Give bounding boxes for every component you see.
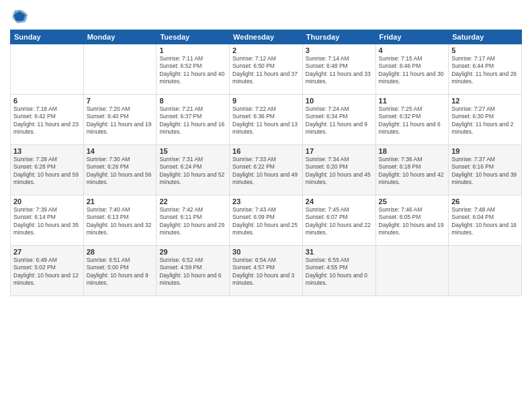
day-info: Sunrise: 7:25 AMSunset: 6:32 PMDaylight:… [379, 105, 446, 136]
day-number: 6 [13, 97, 81, 105]
day-number: 16 [232, 147, 300, 155]
calendar-cell: 23Sunrise: 7:43 AMSunset: 6:09 PMDayligh… [230, 195, 303, 246]
day-number: 9 [232, 97, 300, 105]
day-info: Sunrise: 7:24 AMSunset: 6:34 PMDaylight:… [306, 105, 373, 136]
calendar-cell: 4Sunrise: 7:15 AMSunset: 6:46 PMDaylight… [375, 44, 449, 95]
day-number: 4 [379, 46, 446, 54]
calendar-cell: 3Sunrise: 7:14 AMSunset: 6:48 PMDaylight… [302, 44, 375, 95]
calendar-cell: 2Sunrise: 7:12 AMSunset: 6:50 PMDaylight… [230, 44, 303, 95]
calendar-cell: 7Sunrise: 7:20 AMSunset: 6:40 PMDaylight… [83, 95, 157, 145]
day-number: 25 [379, 197, 446, 205]
day-number: 2 [232, 46, 300, 54]
calendar-cell: 6Sunrise: 7:18 AMSunset: 6:42 PMDaylight… [11, 95, 84, 145]
day-number: 5 [451, 46, 519, 54]
day-info: Sunrise: 7:45 AMSunset: 6:07 PMDaylight:… [306, 206, 373, 237]
day-info: Sunrise: 7:46 AMSunset: 6:05 PMDaylight:… [379, 206, 446, 237]
day-info: Sunrise: 7:15 AMSunset: 6:46 PMDaylight:… [379, 55, 446, 86]
calendar-cell: 26Sunrise: 7:48 AMSunset: 6:04 PMDayligh… [449, 195, 522, 246]
calendar-cell: 10Sunrise: 7:24 AMSunset: 6:34 PMDayligh… [302, 95, 375, 145]
day-number: 10 [306, 97, 373, 105]
day-number: 24 [306, 197, 373, 205]
logo-icon [10, 7, 29, 26]
calendar-cell: 28Sunrise: 6:51 AMSunset: 5:00 PMDayligh… [83, 246, 157, 296]
calendar-cell: 21Sunrise: 7:40 AMSunset: 6:13 PMDayligh… [83, 195, 157, 246]
day-number: 30 [232, 248, 300, 256]
calendar-week-row: 13Sunrise: 7:28 AMSunset: 6:28 PMDayligh… [11, 145, 522, 195]
day-info: Sunrise: 6:52 AMSunset: 4:59 PMDaylight:… [159, 257, 226, 287]
day-info: Sunrise: 7:34 AMSunset: 6:20 PMDaylight:… [306, 156, 373, 187]
day-info: Sunrise: 7:22 AMSunset: 6:36 PMDaylight:… [232, 105, 300, 136]
day-info: Sunrise: 7:27 AMSunset: 6:30 PMDaylight:… [451, 105, 519, 136]
calendar-week-row: 27Sunrise: 6:49 AMSunset: 5:02 PMDayligh… [11, 246, 522, 296]
calendar-cell: 18Sunrise: 7:36 AMSunset: 6:18 PMDayligh… [375, 145, 449, 195]
day-info: Sunrise: 7:18 AMSunset: 6:42 PMDaylight:… [13, 105, 81, 136]
calendar-cell: 20Sunrise: 7:39 AMSunset: 6:14 PMDayligh… [11, 195, 84, 246]
calendar-cell [11, 44, 84, 95]
day-info: Sunrise: 6:51 AMSunset: 5:00 PMDaylight:… [87, 257, 154, 287]
calendar-cell: 25Sunrise: 7:46 AMSunset: 6:05 PMDayligh… [375, 195, 449, 246]
day-number: 20 [13, 197, 81, 205]
calendar-cell: 31Sunrise: 6:55 AMSunset: 4:55 PMDayligh… [302, 246, 375, 296]
day-number: 19 [451, 147, 519, 155]
day-number: 17 [306, 147, 373, 155]
day-number: 1 [159, 46, 226, 54]
day-number: 29 [159, 248, 226, 256]
weekday-header: Monday [83, 30, 157, 44]
day-number: 26 [451, 197, 519, 205]
logo [10, 7, 32, 26]
day-info: Sunrise: 7:37 AMSunset: 6:16 PMDaylight:… [451, 156, 519, 187]
day-info: Sunrise: 7:17 AMSunset: 6:44 PMDaylight:… [451, 55, 519, 86]
day-number: 22 [159, 197, 226, 205]
day-number: 8 [159, 97, 226, 105]
day-number: 21 [87, 197, 154, 205]
weekday-header: Thursday [302, 30, 375, 44]
weekday-header: Friday [375, 30, 449, 44]
calendar-cell: 17Sunrise: 7:34 AMSunset: 6:20 PMDayligh… [302, 145, 375, 195]
day-info: Sunrise: 7:36 AMSunset: 6:18 PMDaylight:… [379, 156, 446, 187]
weekday-header: Saturday [449, 30, 522, 44]
day-number: 28 [87, 248, 154, 256]
calendar-cell [83, 44, 157, 95]
day-number: 31 [306, 248, 373, 256]
calendar-cell: 11Sunrise: 7:25 AMSunset: 6:32 PMDayligh… [375, 95, 449, 145]
calendar-cell: 12Sunrise: 7:27 AMSunset: 6:30 PMDayligh… [449, 95, 522, 145]
day-info: Sunrise: 6:55 AMSunset: 4:55 PMDaylight:… [306, 257, 373, 287]
day-info: Sunrise: 7:31 AMSunset: 6:24 PMDaylight:… [159, 156, 226, 187]
calendar-cell: 13Sunrise: 7:28 AMSunset: 6:28 PMDayligh… [11, 145, 84, 195]
day-number: 7 [87, 97, 154, 105]
weekday-header: Wednesday [230, 30, 303, 44]
day-info: Sunrise: 6:54 AMSunset: 4:57 PMDaylight:… [232, 257, 300, 287]
day-info: Sunrise: 6:49 AMSunset: 5:02 PMDaylight:… [13, 257, 81, 287]
calendar-week-row: 1Sunrise: 7:11 AMSunset: 6:52 PMDaylight… [11, 44, 522, 95]
calendar-cell: 5Sunrise: 7:17 AMSunset: 6:44 PMDaylight… [449, 44, 522, 95]
day-number: 14 [87, 147, 154, 155]
day-number: 27 [13, 248, 81, 256]
calendar-table: SundayMondayTuesdayWednesdayThursdayFrid… [10, 30, 522, 296]
day-info: Sunrise: 7:33 AMSunset: 6:22 PMDaylight:… [232, 156, 300, 187]
calendar-cell: 22Sunrise: 7:42 AMSunset: 6:11 PMDayligh… [157, 195, 230, 246]
day-number: 13 [13, 147, 81, 155]
calendar-cell: 9Sunrise: 7:22 AMSunset: 6:36 PMDaylight… [230, 95, 303, 145]
day-number: 12 [451, 97, 519, 105]
day-info: Sunrise: 7:39 AMSunset: 6:14 PMDaylight:… [13, 206, 81, 237]
calendar-cell: 30Sunrise: 6:54 AMSunset: 4:57 PMDayligh… [230, 246, 303, 296]
day-number: 18 [379, 147, 446, 155]
day-info: Sunrise: 7:48 AMSunset: 6:04 PMDaylight:… [451, 206, 519, 237]
day-number: 15 [159, 147, 226, 155]
day-number: 11 [379, 97, 446, 105]
day-info: Sunrise: 7:14 AMSunset: 6:48 PMDaylight:… [306, 55, 373, 86]
calendar-cell: 8Sunrise: 7:21 AMSunset: 6:37 PMDaylight… [157, 95, 230, 145]
calendar-cell: 15Sunrise: 7:31 AMSunset: 6:24 PMDayligh… [157, 145, 230, 195]
page-header [10, 7, 522, 26]
calendar-header-row: SundayMondayTuesdayWednesdayThursdayFrid… [11, 30, 522, 44]
day-info: Sunrise: 7:40 AMSunset: 6:13 PMDaylight:… [87, 206, 154, 237]
weekday-header: Tuesday [157, 30, 230, 44]
calendar-cell: 27Sunrise: 6:49 AMSunset: 5:02 PMDayligh… [11, 246, 84, 296]
day-info: Sunrise: 7:20 AMSunset: 6:40 PMDaylight:… [87, 105, 154, 136]
day-info: Sunrise: 7:11 AMSunset: 6:52 PMDaylight:… [159, 55, 226, 86]
calendar-cell: 19Sunrise: 7:37 AMSunset: 6:16 PMDayligh… [449, 145, 522, 195]
day-info: Sunrise: 7:21 AMSunset: 6:37 PMDaylight:… [159, 105, 226, 136]
calendar-cell [375, 246, 449, 296]
calendar-cell: 24Sunrise: 7:45 AMSunset: 6:07 PMDayligh… [302, 195, 375, 246]
day-number: 23 [232, 197, 300, 205]
